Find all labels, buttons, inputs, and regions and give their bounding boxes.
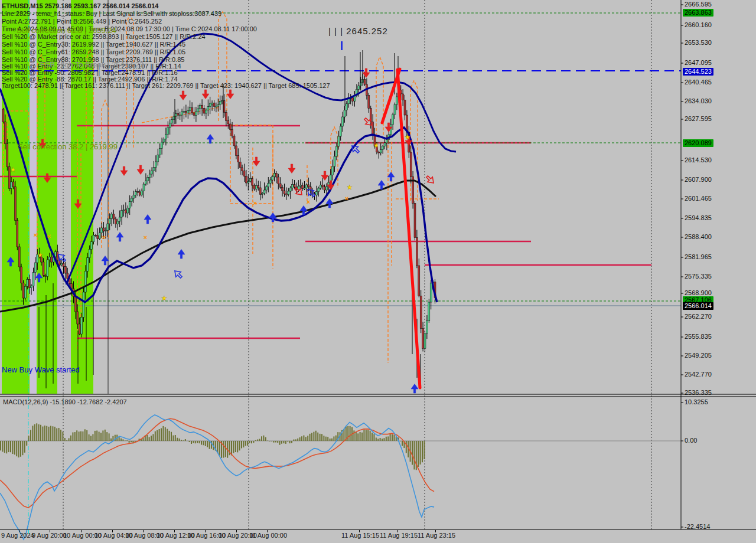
candle-body — [368, 96, 370, 109]
candle-body — [101, 228, 103, 233]
candle-body — [97, 235, 99, 239]
candle-body — [332, 166, 334, 175]
candle-body — [269, 180, 271, 184]
price-tick-label: 2666.595 — [685, 1, 712, 8]
candle-body — [219, 102, 221, 105]
candle-body — [6, 144, 8, 167]
candle-body — [141, 191, 143, 195]
star-marker-icon: ★ — [373, 142, 379, 149]
candle-body — [305, 185, 307, 188]
candle-body — [225, 112, 227, 120]
candle-body — [4, 122, 6, 144]
candle-body — [243, 171, 245, 176]
candle-body — [103, 228, 105, 231]
candle-body — [278, 177, 279, 184]
candle-body — [384, 143, 386, 146]
star-marker-icon: ★ — [405, 133, 410, 140]
time-tick-label: 11 Aug 00:00 — [249, 532, 287, 539]
price-axis[interactable]: 2666.5952663.8632660.1602653.5302647.095… — [682, 0, 756, 529]
candle-body — [294, 185, 295, 187]
candle-body — [183, 112, 185, 113]
candle-body — [342, 117, 344, 126]
candle-body — [215, 106, 217, 107]
price-tick-label: 2594.835 — [685, 214, 712, 221]
time-tick-label: 11 Aug 19:15 — [380, 532, 418, 539]
time-tick — [435, 530, 436, 532]
candle-body — [43, 262, 44, 276]
candle-body — [237, 155, 239, 162]
cross-marker-icon: × — [253, 199, 257, 207]
candle-body — [382, 146, 384, 150]
candle-body — [21, 267, 22, 283]
candle-body — [93, 235, 94, 241]
candle-body — [304, 188, 305, 189]
candle-body — [87, 258, 89, 272]
cross-marker-icon: × — [307, 198, 310, 205]
star-marker-icon: ★ — [347, 184, 353, 191]
candle-body — [139, 192, 141, 195]
candle-body — [302, 185, 304, 189]
candle-body — [185, 112, 187, 113]
candle-body — [428, 302, 430, 321]
candle-body — [207, 107, 209, 110]
candle-body — [424, 333, 426, 349]
star-marker-icon: ★ — [161, 295, 167, 302]
candle-body — [24, 286, 26, 298]
price-tick-label: 2607.900 — [685, 176, 712, 183]
candle-body — [191, 108, 193, 113]
time-tick-label: 9 Aug 20:00 — [32, 532, 67, 539]
candle-body — [133, 195, 135, 198]
candle-body — [221, 101, 223, 102]
candle-body — [32, 273, 34, 286]
price-tick-label: 2549.205 — [685, 352, 712, 359]
candle-body — [418, 266, 420, 296]
cross-marker-icon: × — [144, 234, 147, 241]
candle-body — [181, 112, 183, 115]
candle-body — [44, 276, 46, 277]
candle-body — [334, 156, 335, 166]
info-line-2: Point A:2722.791 | Point B:2556.449 | Po… — [2, 18, 162, 25]
candle-body — [137, 192, 139, 193]
price-tick-label: 2555.835 — [685, 333, 712, 340]
candle-body — [121, 211, 123, 217]
candle-body — [22, 283, 24, 299]
candle-body — [109, 218, 110, 224]
sell-correction-382-label: Sell correction 38.2 | 2619.99 — [18, 142, 118, 151]
candle-body — [91, 242, 93, 250]
candle-body — [372, 122, 374, 135]
candle-body — [344, 110, 346, 117]
candle-body — [111, 214, 113, 218]
info-line-11: Target100: 2478.91 || Target 161: 2376.1… — [2, 82, 330, 89]
candle-body — [14, 187, 16, 221]
candle-body — [279, 184, 281, 187]
time-axis[interactable]: 9 Aug 20249 Aug 20:0010 Aug 00:0010 Aug … — [0, 530, 756, 543]
price-tick-label: 2542.770 — [685, 371, 712, 378]
candle-body — [47, 260, 48, 276]
candle-body — [420, 296, 422, 329]
candle-body — [239, 162, 241, 168]
candle-body — [335, 146, 337, 156]
candle-body — [179, 115, 181, 116]
candle-body — [189, 108, 191, 111]
candle-body — [195, 112, 197, 116]
candle-body — [284, 191, 285, 194]
candle-body — [235, 146, 237, 155]
candle-body — [315, 192, 317, 195]
price-level-badge: 2663.863 — [683, 9, 713, 17]
cross-marker-icon: × — [102, 234, 106, 241]
candle-body — [288, 191, 289, 195]
sell-correction-618-label: Sell correction 61.8 | 2659.24 — [17, 26, 116, 35]
candle-body — [265, 187, 267, 190]
price-tick-label: 2660.160 — [685, 21, 712, 28]
star-marker-icon: ★ — [37, 251, 43, 259]
candle-body — [386, 139, 387, 143]
candle-body — [199, 105, 201, 109]
info-line-5: Sell %10 @ C_Entry38: 2619.992 || Target… — [2, 41, 185, 48]
candle-body — [12, 182, 14, 187]
fsb-high-label: FSB High To Break | 2644.523 — [40, 60, 144, 69]
candle-body — [308, 185, 309, 187]
candle-body — [320, 185, 321, 188]
candle-body — [227, 120, 229, 124]
candle-body — [135, 192, 136, 195]
candle-body — [28, 279, 30, 287]
